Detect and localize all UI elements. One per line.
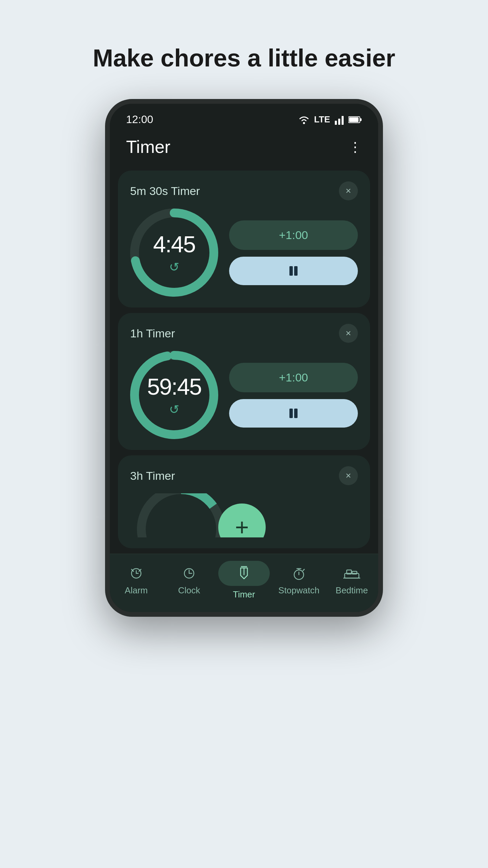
nav-stopwatch-label: Stopwatch (278, 585, 319, 596)
timer-2-buttons: +1:00 (229, 363, 358, 428)
timer-1-display: 4:45 (153, 231, 195, 257)
nav-item-alarm[interactable]: Alarm (113, 565, 160, 596)
timer-card-1: 5m 30s Timer × 4:45 ↺ +1:00 (118, 171, 370, 308)
status-icons: LTE (298, 114, 362, 125)
timer-nav-icon (230, 565, 258, 582)
phone-frame: 12:00 LTE Timer (105, 99, 383, 617)
svg-rect-3 (342, 116, 344, 125)
wifi-icon (298, 115, 310, 125)
svg-rect-5 (360, 118, 362, 121)
add-timer-fab[interactable]: + (218, 504, 266, 537)
signal-icon (334, 115, 344, 125)
svg-rect-1 (335, 121, 337, 125)
timer-1-close-button[interactable]: × (339, 181, 358, 200)
svg-rect-35 (352, 571, 357, 574)
app-title: Timer (126, 137, 170, 157)
nav-item-bedtime[interactable]: Bedtime (328, 565, 375, 596)
svg-rect-6 (349, 117, 359, 122)
svg-rect-13 (289, 409, 293, 418)
nav-item-clock[interactable]: Clock (165, 565, 213, 596)
more-options-button[interactable]: ⋮ (348, 139, 362, 155)
fab-plus-icon: + (235, 515, 249, 537)
alarm-icon (123, 565, 150, 582)
svg-rect-9 (289, 266, 293, 276)
timer-1-label: 5m 30s Timer (130, 184, 200, 198)
status-bar: 12:00 LTE (110, 104, 378, 130)
app-bar: Timer ⋮ (110, 130, 378, 165)
timer-1-pause-button[interactable] (229, 257, 358, 285)
timer-3-label: 3h Timer (130, 469, 175, 482)
timer-1-body: 4:45 ↺ +1:00 (130, 209, 358, 297)
battery-icon (348, 115, 362, 125)
timer-1-circle[interactable]: 4:45 ↺ (130, 209, 218, 297)
timer-2-circle[interactable]: 59:45 ↺ (130, 351, 218, 439)
svg-rect-2 (338, 119, 340, 125)
svg-point-0 (303, 122, 305, 124)
timer-1-buttons: +1:00 (229, 220, 358, 285)
page-headline: Make chores a little easier (93, 44, 395, 72)
timer-card-2: 1h Timer × 59:45 ↺ +1:00 (118, 313, 370, 450)
nav-bedtime-label: Bedtime (336, 585, 368, 596)
timer-1-add-button[interactable]: +1:00 (229, 220, 358, 250)
timer-3-header: 3h Timer × (130, 466, 358, 485)
lte-label: LTE (314, 114, 330, 125)
nav-alarm-label: Alarm (125, 585, 148, 596)
timer-2-add-button[interactable]: +1:00 (229, 363, 358, 392)
svg-line-32 (303, 569, 304, 571)
nav-timer-label: Timer (233, 589, 255, 600)
timer-1-header: 5m 30s Timer × (130, 181, 358, 200)
timer-1-reset-icon[interactable]: ↺ (169, 260, 179, 274)
timer-2-display: 59:45 (147, 373, 201, 400)
nav-item-stopwatch[interactable]: Stopwatch (275, 565, 323, 596)
svg-rect-14 (294, 409, 298, 418)
pause-icon-2 (287, 407, 300, 419)
content-area: 5m 30s Timer × 4:45 ↺ +1:00 (110, 165, 378, 554)
stopwatch-icon (285, 565, 312, 582)
timer-2-close-button[interactable]: × (339, 324, 358, 343)
bedtime-icon (338, 565, 365, 582)
timer-card-3: 3h Timer × + (118, 455, 370, 548)
nav-clock-label: Clock (178, 585, 200, 596)
pause-icon-1 (287, 265, 300, 277)
status-time: 12:00 (126, 113, 153, 126)
timer-2-reset-icon[interactable]: ↺ (169, 402, 179, 417)
clock-icon (176, 565, 203, 582)
timer-2-body: 59:45 ↺ +1:00 (130, 351, 358, 439)
bottom-nav: Alarm Clock (110, 554, 378, 612)
timer-2-pause-button[interactable] (229, 399, 358, 428)
timer-3-arc (137, 493, 225, 537)
timer-nav-pill (218, 561, 270, 586)
timer-2-header: 1h Timer × (130, 324, 358, 343)
timer-2-label: 1h Timer (130, 327, 175, 340)
svg-rect-10 (294, 266, 298, 276)
timer-3-close-button[interactable]: × (339, 466, 358, 485)
nav-item-timer[interactable]: Timer (218, 561, 270, 600)
